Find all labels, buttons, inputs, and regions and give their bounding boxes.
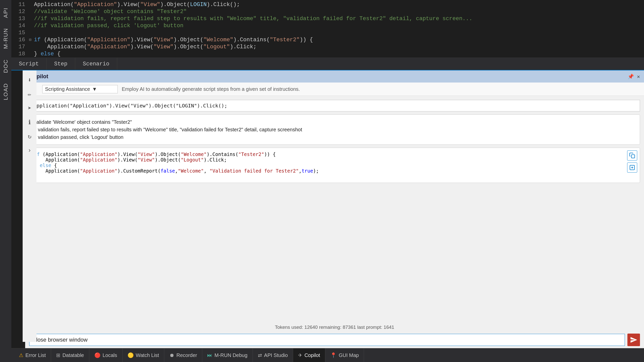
line-content: } else { [34,51,644,58]
mode-select[interactable]: Scripting Assistance ▼ [42,85,118,93]
copilot-icon: ✈ [298,352,302,358]
sidebar-label-api[interactable]: API [1,3,11,23]
line-number: 16 [11,36,29,44]
bottom-tab-m-run-debug[interactable]: ⏭M-RUN Debug [202,348,253,362]
line-number: 14 [11,22,29,29]
bottom-tab-api-studio[interactable]: ⇄API Studio [253,348,293,362]
line-content: Application("Application").View("View").… [34,44,644,51]
line-number: 13 [11,15,29,22]
input-area [25,332,644,348]
code-line: 14//if validation passed, click 'Logout'… [11,22,644,29]
send-icon[interactable]: ➤ [25,104,34,113]
tab-step[interactable]: Step [47,58,75,70]
copilot-wrapper: Copilot 📌 ✕ Scripting Assistance ▼ Emplo… [25,70,644,348]
edit-icon[interactable]: ✏ [25,90,34,99]
code-actions [627,150,637,173]
error-list-icon: ⚠ [19,352,23,358]
bottom-tab-gui-map[interactable]: 📍GUI Map [325,348,364,362]
line-content: Application("Application").CustomReport(… [34,58,644,58]
tab-script[interactable]: Script [11,58,47,70]
gen-code-line4: Application("Application").CustomReport(… [34,168,635,174]
expand-icon[interactable]: › [25,146,34,155]
tab-bar: ScriptStepScenario [11,58,644,70]
recorder-icon: ⏺ [169,352,174,358]
line-content: //if validation passed, click 'Logout' b… [34,22,644,29]
line-content: //validate 'Welcome' object contains "Te… [34,8,644,15]
gen-code-line1: if (Application("Application").View("Vie… [34,151,635,157]
tab-scenario[interactable]: Scenario [75,58,117,70]
generated-code-box: if (Application("Application").View("Vie… [29,148,640,183]
api-studio-label: API Studio [264,352,288,358]
error-list-label: Error List [25,352,46,358]
token-info: Tokens used: 12640 remaining: 87361 last… [25,323,644,332]
copilot-body: Application("Application").View("View").… [25,96,644,323]
code-line: 18} else { [11,51,644,58]
chat-input[interactable] [29,334,625,346]
code-line: 16⊟if (Application("Application").View("… [11,36,644,44]
bottom-tab-watch-list[interactable]: 🟡Watch List [123,348,165,362]
gen-code-line2: Application("Application").View("View").… [34,157,635,163]
m-run-debug-icon: ⏭ [207,352,212,358]
line-content [34,29,644,36]
gen-code-line3: } else { [34,163,635,168]
main-content: 11Application("Application").View("View"… [11,0,644,362]
insert-code-button[interactable] [627,163,637,173]
user-message-line2: if validation fails, report failed step … [34,126,635,133]
line-content: if (Application("Application").View("Vie… [34,36,644,44]
line-number: 18 [11,51,29,58]
gui-map-icon: 📍 [330,352,337,358]
gen-code-line5: } [34,174,635,179]
datatable-label: Datatable [62,352,84,358]
code-input-box: Application("Application").View("View").… [29,100,640,111]
sidebar-label-doc[interactable]: DOC [1,54,11,78]
code-editor: 11Application("Application").View("View"… [11,0,644,58]
code-line: 12//validate 'Welcome' object contains "… [11,8,644,15]
line-content: //if validation fails, report failed ste… [34,15,644,22]
copilot-toolbar: Scripting Assistance ▼ Employ AI to auto… [25,83,644,96]
copilot-header-right: 📌 ✕ [628,73,640,80]
info-icon[interactable]: ℹ [25,118,34,127]
line-number: 12 [11,8,29,15]
toolbar-description: Employ AI to automatically generate scri… [122,86,640,92]
code-line: 11Application("Application").View("View"… [11,1,644,8]
bottom-tab-datatable[interactable]: ⊞Datatable [51,348,89,362]
refresh-icon[interactable]: ↻ [25,132,34,141]
code-input-text: Application("Application").View("View").… [33,103,227,109]
copilot-header: Copilot 📌 ✕ [25,70,644,83]
line-number: 19 [11,58,29,58]
line-number: 15 [11,29,29,36]
send-button[interactable] [627,334,640,346]
watch-list-icon: 🟡 [128,352,134,358]
copilot-label: Copilot [304,352,320,358]
code-line: 17 Application("Application").View("View… [11,44,644,51]
bottom-tab-error-list[interactable]: ⚠Error List [14,348,51,362]
download-icon[interactable]: ⬇ [25,75,34,85]
recorder-label: Recorder [176,352,197,358]
code-line: 15 [11,29,644,36]
bottom-tab-copilot[interactable]: ✈Copilot [293,348,325,362]
bottom-tab-locals[interactable]: 🔴Locals [89,348,123,362]
user-message-line3: if validation passed, click 'Logout' but… [34,133,635,141]
line-number: 11 [11,1,29,8]
locals-icon: 🔴 [94,352,101,358]
code-line: 13//if validation fails, report failed s… [11,15,644,22]
sidebar-label-mrun[interactable]: M-RUN [1,23,11,54]
pin-icon[interactable]: 📌 [628,73,634,80]
m-run-debug-label: M-RUN Debug [214,352,247,358]
mode-select-arrow: ▼ [92,86,97,92]
sidebar-label-load[interactable]: LOAD [1,78,11,105]
api-studio-icon: ⇄ [258,352,262,358]
datatable-icon: ⊞ [56,352,60,358]
bottom-tab-recorder[interactable]: ⏺Recorder [164,348,202,362]
bottom-tabbar: ⚠Error List⊞Datatable🔴Locals🟡Watch List⏺… [11,348,644,362]
gui-map-label: GUI Map [339,352,359,358]
locals-label: Locals [103,352,117,358]
copy-code-button[interactable] [627,150,637,160]
line-content: Application("Application").View("View").… [34,1,644,8]
close-icon[interactable]: ✕ [637,73,640,80]
code-line: 19 Application("Application").CustomRepo… [11,58,644,58]
watch-list-label: Watch List [136,352,159,358]
line-number: 17 [11,44,29,51]
svg-rect-1 [631,155,635,158]
copilot-side-icons: ⬇✏➤ℹ↻› [23,70,36,342]
